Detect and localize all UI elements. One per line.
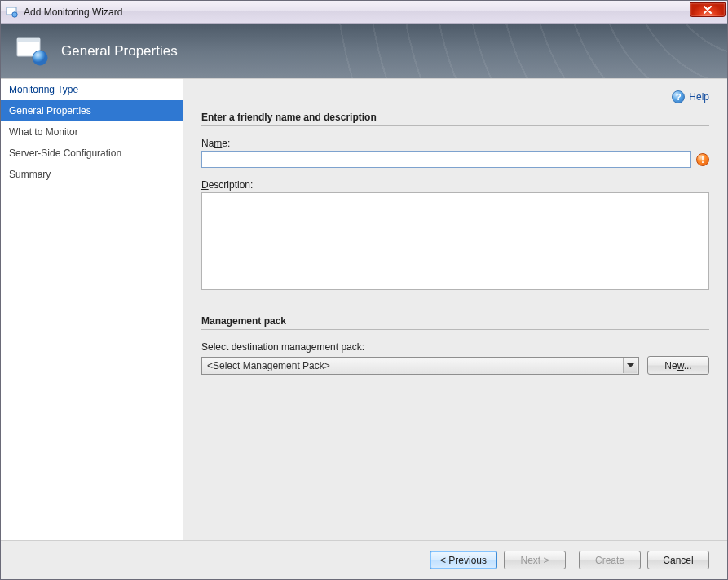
help-icon: ? [672,90,685,103]
previous-button[interactable]: < Previous [430,551,497,569]
svg-rect-3 [17,38,40,42]
sidebar-item-general-properties[interactable]: General Properties [1,100,183,121]
help-link[interactable]: ? Help [672,90,709,103]
mp-select-value: <Select Management Pack> [207,360,330,371]
sidebar-item-server-side-configuration[interactable]: Server-Side Configuration [1,143,183,164]
main-panel: ? Help Enter a friendly name and descrip… [183,79,727,540]
body: Monitoring Type General Properties What … [1,78,727,540]
app-icon [6,6,19,19]
sidebar-item-summary[interactable]: Summary [1,164,183,185]
banner-title: General Properties [61,43,178,59]
svg-point-4 [33,51,47,65]
next-button: Next > [504,551,566,569]
wizard-window: Add Monitoring Wizard G [0,0,728,580]
sidebar: Monitoring Type General Properties What … [1,79,183,540]
section-heading-friendly: Enter a friendly name and description [201,112,709,126]
banner: General Properties [1,24,727,78]
section-heading-mp: Management pack [201,315,709,330]
close-button[interactable] [690,2,726,17]
mp-select-label: Select destination management pack: [201,341,709,353]
footer: < Previous Next > Create Cancel [1,540,727,579]
name-input[interactable] [201,151,691,168]
sidebar-item-what-to-monitor[interactable]: What to Monitor [1,121,183,143]
name-label: Name: [201,138,709,149]
help-label: Help [689,91,709,103]
mp-select[interactable]: <Select Management Pack> [201,357,639,375]
new-button[interactable]: New... [647,356,709,375]
description-input[interactable] [201,192,709,290]
titlebar[interactable]: Add Monitoring Wizard [1,1,727,24]
cancel-button[interactable]: Cancel [647,551,709,569]
banner-icon [15,35,48,68]
sidebar-item-monitoring-type[interactable]: Monitoring Type [1,79,183,100]
create-button: Create [579,551,641,569]
description-label: Description: [201,179,709,191]
error-icon: ! [696,153,709,166]
window-title: Add Monitoring Wizard [24,7,690,18]
svg-point-1 [12,11,17,16]
chevron-down-icon [623,358,637,373]
